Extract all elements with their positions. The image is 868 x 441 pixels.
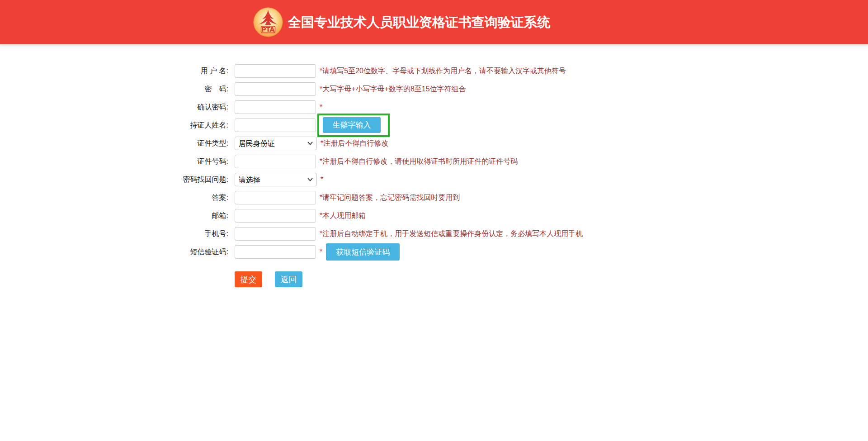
- id-number-hint: *注册后不得自行修改，请使用取得证书时所用证件的证件号码: [320, 157, 518, 166]
- username-input[interactable]: [235, 64, 316, 78]
- mobile-input[interactable]: [235, 227, 316, 241]
- confirm-password-input[interactable]: [235, 100, 316, 114]
- password-input[interactable]: [235, 82, 316, 96]
- sms-code-label: 短信验证码:: [0, 247, 228, 257]
- recovery-question-label: 密码找回问题:: [0, 175, 228, 185]
- email-label: 邮箱:: [0, 211, 228, 221]
- form-row-id-type: 证件类型: 居民身份证 *注册后不得自行修改: [0, 134, 868, 152]
- mobile-hint: *注册后自动绑定手机，用于发送短信或重要操作身份认定，务必填写本人现用手机: [320, 229, 583, 239]
- form-row-sms-code: 短信验证码: * 获取短信验证码: [0, 243, 868, 261]
- password-label: 密 码:: [0, 85, 228, 94]
- form-row-username: 用 户 名: *请填写5至20位数字、字母或下划线作为用户名，请不要输入汉字或其…: [0, 62, 868, 80]
- username-hint: *请填写5至20位数字、字母或下划线作为用户名，请不要输入汉字或其他符号: [320, 66, 566, 76]
- form-row-mobile: 手机号: *注册后自动绑定手机，用于发送短信或重要操作身份认定，务必填写本人现用…: [0, 225, 868, 243]
- id-type-select-wrap: 居民身份证: [235, 137, 317, 150]
- rare-char-highlight-box: 生僻字输入: [317, 114, 390, 137]
- holder-name-label: 持证人姓名:: [0, 121, 228, 130]
- form-row-password: 密 码: *大写字母+小写字母+数字的8至15位字符组合: [0, 80, 868, 98]
- page-title: 全国专业技术人员职业资格证书查询验证系统: [288, 0, 550, 44]
- pta-logo-icon: PTA: [253, 7, 283, 37]
- form-row-id-number: 证件号码: *注册后不得自行修改，请使用取得证书时所用证件的证件号码: [0, 152, 868, 171]
- id-type-label: 证件类型:: [0, 139, 228, 148]
- answer-input[interactable]: [235, 191, 316, 204]
- rare-character-input-button[interactable]: 生僻字输入: [323, 117, 381, 133]
- id-type-hint: *注册后不得自行修改: [321, 139, 388, 148]
- back-button[interactable]: 返回: [275, 271, 302, 287]
- username-label: 用 户 名:: [0, 66, 228, 76]
- confirm-password-label: 确认密码:: [0, 103, 228, 112]
- confirm-password-hint: *: [320, 103, 322, 111]
- submit-button[interactable]: 提交: [235, 271, 262, 287]
- form-actions: 提交 返回: [235, 271, 868, 287]
- form-row-recovery-question: 密码找回问题: 请选择 *: [0, 171, 868, 189]
- id-number-label: 证件号码:: [0, 157, 228, 166]
- email-hint: *本人现用邮箱: [320, 211, 366, 221]
- form-row-confirm-password: 确认密码: *: [0, 98, 868, 116]
- holder-name-input[interactable]: [235, 119, 316, 132]
- form-row-email: 邮箱: *本人现用邮箱: [0, 207, 868, 225]
- form-row-answer: 答案: *请牢记问题答案，忘记密码需找回时要用到: [0, 189, 868, 207]
- password-hint: *大写字母+小写字母+数字的8至15位字符组合: [320, 85, 466, 94]
- mobile-label: 手机号:: [0, 229, 228, 239]
- registration-form: 用 户 名: *请填写5至20位数字、字母或下划线作为用户名，请不要输入汉字或其…: [0, 44, 868, 287]
- answer-hint: *请牢记问题答案，忘记密码需找回时要用到: [320, 193, 460, 203]
- sms-code-input[interactable]: [235, 245, 316, 259]
- sms-code-hint: *: [320, 248, 322, 256]
- id-type-select[interactable]: 居民身份证: [235, 137, 317, 150]
- recovery-question-hint: *: [321, 175, 323, 184]
- answer-label: 答案:: [0, 193, 228, 203]
- recovery-question-select-wrap: 请选择: [235, 173, 317, 186]
- get-sms-code-button[interactable]: 获取短信验证码: [326, 243, 400, 261]
- email-input[interactable]: [235, 209, 316, 223]
- id-number-input[interactable]: [235, 155, 316, 168]
- form-row-holder-name: 持证人姓名: 生僻字输入: [0, 116, 868, 134]
- app-header: PTA 全国专业技术人员职业资格证书查询验证系统: [0, 0, 868, 44]
- recovery-question-select[interactable]: 请选择: [235, 173, 317, 186]
